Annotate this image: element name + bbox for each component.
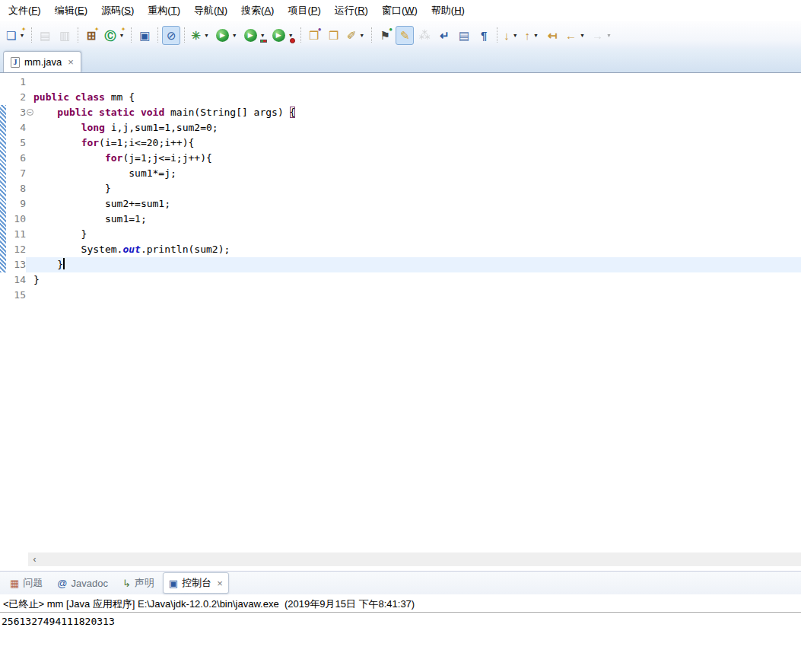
skip-breakpoints-toggle[interactable]: ⊘ <box>162 26 180 45</box>
code-text: public static void main(String[] args) { <box>33 105 295 120</box>
menu-window[interactable]: 窗口(W) <box>375 1 424 21</box>
menu-help[interactable]: 帮助(H) <box>424 1 472 21</box>
code-text: System.out.println(sum2); <box>33 242 230 257</box>
fold-column <box>26 196 33 212</box>
menu-edit[interactable]: 编辑(E) <box>48 1 94 21</box>
console-output[interactable]: 2561327494111820313 <box>0 613 801 630</box>
code-line-13[interactable]: 13 } <box>0 257 801 272</box>
new-java-project-button[interactable]: ⊞✦ <box>82 26 100 45</box>
code-editor[interactable]: 12public class mm {3− public static void… <box>0 73 801 553</box>
run-button-dropdown[interactable]: ▼ <box>231 33 238 38</box>
open-console-button[interactable]: ▣ <box>135 26 154 45</box>
code-text: sum1*=j; <box>33 166 176 181</box>
fold-column <box>26 166 33 181</box>
new-wizard-button-dropdown[interactable]: ▼ <box>18 33 25 38</box>
menu-project[interactable]: 项目(P) <box>281 1 327 21</box>
save-button: ▤ <box>36 26 54 45</box>
menu-run[interactable]: 运行(R) <box>328 1 375 21</box>
code-line-6[interactable]: 6 for(j=1;j<=i;j++){ <box>0 151 801 166</box>
code-line-5[interactable]: 5 for(i=1;i<=20;i++){ <box>0 135 801 151</box>
open-type-button[interactable]: ❒● <box>305 26 323 45</box>
view-tab-label: 声明 <box>135 576 154 590</box>
new-wizard-button[interactable]: ❏✦▼ <box>4 26 27 45</box>
code-line-15[interactable]: 15 <box>0 288 801 303</box>
view-tab-javadoc[interactable]: @Javadoc <box>51 574 114 593</box>
code-line-14[interactable]: 14} <box>0 272 801 288</box>
view-tab-declaration[interactable]: ↳声明 <box>116 572 161 594</box>
code-text: } <box>33 227 87 242</box>
run-button[interactable]: ▶▼ <box>214 26 240 45</box>
editor-tab-mm-java[interactable]: J mm.java × <box>3 51 81 72</box>
show-whitespace-button[interactable]: ¶ <box>475 26 493 45</box>
mark-occurrences-toggle[interactable]: ✎ <box>396 26 414 45</box>
forward-button-dropdown[interactable]: ▼ <box>606 33 612 38</box>
view-tab-console[interactable]: ▣控制台× <box>163 572 229 594</box>
java-file-icon: J <box>11 57 20 68</box>
show-selected-element-button[interactable]: ▤ <box>455 26 473 45</box>
skip-breakpoints-icon: ⊘ <box>167 30 176 41</box>
search-button-dropdown[interactable]: ▼ <box>358 33 365 38</box>
word-wrap-button[interactable]: ↵ <box>435 26 453 45</box>
code-text: } <box>33 181 111 196</box>
previous-annotation-button[interactable]: ↑▼ <box>523 26 542 45</box>
console-icon: ▣ <box>169 578 178 588</box>
fold-column <box>26 151 33 166</box>
fold-column <box>26 227 33 242</box>
back-button[interactable]: ←▼ <box>563 26 588 45</box>
coverage-button-dropdown[interactable]: ▼ <box>259 33 266 38</box>
text-cursor <box>63 258 65 269</box>
view-tab-problems[interactable]: ▦问题 <box>4 572 49 594</box>
back-button-dropdown[interactable]: ▼ <box>579 33 586 38</box>
coverage-button[interactable]: ▶▼ <box>242 26 269 45</box>
code-text: sum2+=sum1; <box>33 196 170 212</box>
close-icon[interactable]: × <box>68 57 74 67</box>
panel-divider[interactable] <box>0 566 801 572</box>
menu-search[interactable]: 搜索(A) <box>234 1 281 21</box>
fold-column <box>26 90 33 105</box>
horizontal-scrollbar[interactable]: ‹ <box>28 553 801 566</box>
decorator-icon: ✦ <box>21 27 27 33</box>
last-edit-pin-button[interactable]: ⚑● <box>376 26 394 45</box>
menu-refactor[interactable]: 重构(T) <box>141 1 187 21</box>
toolbar: ❏✦▼▤▥⊞✦Ⓒ✦▼▣⊘✳▼▶▼▶▼▶▼❒●❒✐▼⚑●✎⁂↵▤¶↓▼↑▼↤←▼→… <box>0 21 801 49</box>
fold-column <box>26 75 33 90</box>
back-icon: ← <box>565 30 577 41</box>
hscrollbar-spacer <box>0 553 28 566</box>
code-line-1[interactable]: 1 <box>0 75 801 90</box>
code-line-12[interactable]: 12 System.out.println(sum2); <box>0 242 801 257</box>
code-line-7[interactable]: 7 sum1*=j; <box>0 166 801 181</box>
toolbar-separator <box>497 27 497 43</box>
profile-button[interactable]: ▶▼ <box>270 26 297 45</box>
next-annotation-button[interactable]: ↓▼ <box>501 26 520 45</box>
new-class-button[interactable]: Ⓒ✦▼ <box>102 26 127 45</box>
next-annotation-button-dropdown[interactable]: ▼ <box>512 33 519 38</box>
javadoc-icon: @ <box>57 578 67 588</box>
new-class-button-dropdown[interactable]: ▼ <box>118 33 125 38</box>
debug-button[interactable]: ✳▼ <box>189 26 212 45</box>
toolbar-separator <box>300 27 301 43</box>
debug-button-dropdown[interactable]: ▼ <box>203 33 210 38</box>
scroll-left-arrow-icon[interactable]: ‹ <box>28 553 41 566</box>
previous-annotation-button-dropdown[interactable]: ▼ <box>532 33 539 38</box>
collapse-icon[interactable]: − <box>27 109 33 116</box>
code-line-4[interactable]: 4 long i,j,sum1=1,sum2=0; <box>0 120 801 135</box>
console-process-label: <已终止> mm [Java 应用程序] E:\Java\jdk-12.0.2\… <box>0 594 801 613</box>
profile-badge-icon <box>290 38 295 43</box>
profile-button-dropdown[interactable]: ▼ <box>288 33 294 38</box>
last-edit-location-button[interactable]: ↤ <box>543 26 561 45</box>
fold-column <box>26 120 33 135</box>
new-class-icon: Ⓒ <box>104 30 116 41</box>
open-resource-button[interactable]: ❒ <box>325 26 343 45</box>
menu-source[interactable]: 源码(S) <box>94 1 141 21</box>
code-line-10[interactable]: 10 sum1=1; <box>0 212 801 227</box>
menu-navigate[interactable]: 导航(N) <box>187 1 234 21</box>
code-line-9[interactable]: 9 sum2+=sum1; <box>0 196 801 212</box>
code-line-8[interactable]: 8 } <box>0 181 801 196</box>
toolbar-separator <box>78 27 78 43</box>
close-icon[interactable]: × <box>217 578 223 588</box>
menu-file[interactable]: 文件(F) <box>2 1 48 21</box>
code-line-3[interactable]: 3− public static void main(String[] args… <box>0 105 801 120</box>
code-line-11[interactable]: 11 } <box>0 227 801 242</box>
search-button[interactable]: ✐▼ <box>345 26 368 45</box>
code-line-2[interactable]: 2public class mm { <box>0 90 801 105</box>
